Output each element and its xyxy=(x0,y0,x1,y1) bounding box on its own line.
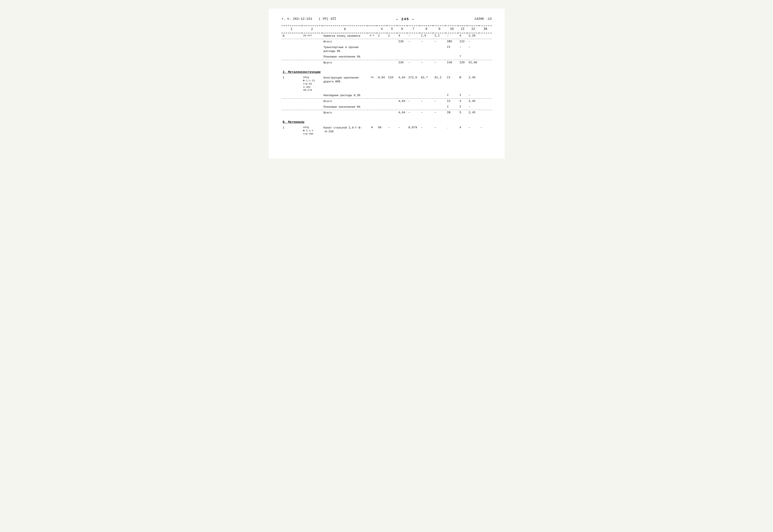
section-header: B. Материалы xyxy=(281,117,492,125)
col-header-12: I2 xyxy=(467,26,479,33)
col-header-unit xyxy=(368,26,377,33)
page-container: т. п. 262–12–151 ( УП) 4ÏÏ – 245 – 14396… xyxy=(269,9,505,159)
table-row: ИтогоI20–––IB5I22– xyxy=(281,39,492,45)
table-row: IСРСЦ№ I,ч.IIстр.92п.462IB–279Конструкци… xyxy=(281,75,492,93)
page-header: т. п. 262–12–151 ( УП) 4ÏÏ – 245 – 14396… xyxy=(281,17,492,21)
table-row: Итого4,64–––I242,45 xyxy=(281,98,492,104)
header-formula: ( УП) 4ÏÏ xyxy=(319,17,336,21)
table-row: Транспортные и прочиерасходы 8%II–– xyxy=(281,45,492,54)
col-header-11: II xyxy=(458,26,467,33)
table-header-row: I 2 8 4 5 6 7 8 9 IO II I2 IB xyxy=(281,26,492,33)
spacer-row xyxy=(281,66,492,67)
table-row: B29–I47Навеска колец занавесак-т224–I,9I… xyxy=(281,33,492,39)
header-page-num: – 245 – xyxy=(396,17,414,21)
col-header-10: IO xyxy=(446,26,458,33)
spacer-row xyxy=(281,136,492,138)
table-row: Всего4,64–––IB52,45 xyxy=(281,110,492,116)
col-header-9: 9 xyxy=(433,26,446,33)
table-row: IСРСЦ№ I,ч.Устр.48IКанат стальной 2,9-Г-… xyxy=(281,125,492,136)
table-row: Плановые накопления 6%II– xyxy=(281,104,492,110)
col-header-3: 8 xyxy=(322,26,368,33)
main-table: I 2 8 4 5 6 7 8 9 IO II I2 IB B29–I47Нав… xyxy=(281,26,492,138)
table-row: ВсегоI20–––I46I295I,60 xyxy=(281,60,492,66)
col-header-5: 5 xyxy=(387,26,397,33)
table-row: Накладные расходы 8,3%II– xyxy=(281,93,492,98)
table-row: Плановые накопления 6%7 xyxy=(281,54,492,60)
col-header-6: 6 xyxy=(397,26,407,33)
header-ref-left: т. п. 262–12–151 xyxy=(281,17,312,21)
col-header-8: 8 xyxy=(420,26,433,33)
col-header-4: 4 xyxy=(377,26,387,33)
section-header: 2. Металлоконструкции xyxy=(281,67,492,75)
header-doc-num: 14396 ·13 xyxy=(474,17,492,21)
col-header-13: IB xyxy=(479,26,492,33)
col-header-7: 7 xyxy=(407,26,420,33)
col-header-2: 2 xyxy=(302,26,322,33)
col-header-1: I xyxy=(281,26,302,33)
header-left: т. п. 262–12–151 ( УП) 4ÏÏ xyxy=(281,17,336,21)
spacer-row xyxy=(281,116,492,117)
